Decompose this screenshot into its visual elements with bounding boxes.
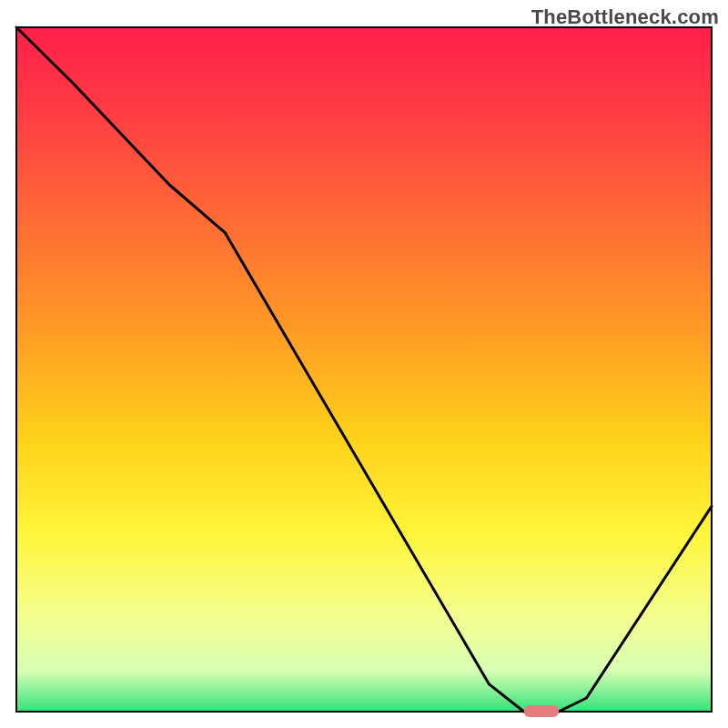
chart-stage: TheBottleneck.com (0, 0, 728, 728)
bottleneck-chart (0, 0, 728, 728)
optimal-marker (524, 705, 559, 717)
plot-background (16, 27, 712, 712)
